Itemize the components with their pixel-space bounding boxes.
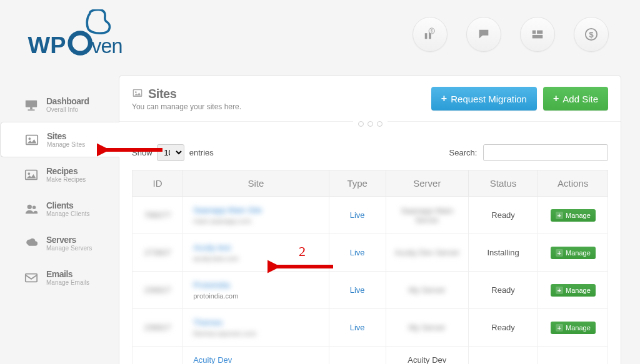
site-domain: themes.wpoven.com: [193, 330, 322, 337]
manage-button[interactable]: +Manage: [551, 322, 596, 334]
logo[interactable]: WP ven: [25, 9, 138, 66]
cell-status: Ready: [468, 197, 538, 234]
sidebar-item-emails[interactable]: Emails Manage Emails: [0, 260, 119, 295]
nav-sub: Manage Sites: [47, 141, 85, 148]
add-site-button[interactable]: + Add Site: [543, 87, 608, 111]
show-label: Show: [132, 148, 152, 157]
plus-icon: +: [556, 249, 563, 257]
svg-rect-2: [425, 33, 428, 39]
nav-sub: Overall Info: [46, 106, 89, 113]
content-panel: Sites You can manage your sites here. + …: [119, 75, 621, 364]
col-status[interactable]: Status: [468, 170, 538, 197]
svg-rect-13: [28, 109, 35, 111]
annotation-label-2: 2: [299, 243, 306, 260]
panel-icon[interactable]: [520, 17, 555, 52]
site-name-link[interactable]: Saanapp Main Site: [193, 205, 322, 215]
sidebar-item-servers[interactable]: Servers Manage Servers: [0, 226, 119, 260]
logo-icon: WP ven: [25, 9, 138, 66]
type-link[interactable]: Live: [350, 323, 365, 332]
search-label: Search:: [449, 148, 478, 157]
svg-point-17: [28, 172, 31, 175]
svg-rect-12: [30, 107, 32, 109]
cell-server: Saanapp Main Server: [386, 197, 468, 234]
col-site[interactable]: Site: [183, 170, 329, 197]
entries-label: entries: [189, 148, 214, 157]
cell-site: Saanapp Main Sitemain.saanapp.com: [183, 197, 329, 234]
cell-id: 236827: [132, 309, 183, 347]
type-link[interactable]: Live: [350, 248, 365, 257]
svg-rect-20: [26, 273, 37, 282]
col-actions[interactable]: Actions: [538, 170, 608, 197]
sidebar-item-recipes[interactable]: Recipes Make Recipes: [0, 157, 119, 192]
sidebar-item-clients[interactable]: Clients Manage Clients: [0, 192, 119, 226]
plus-icon: +: [556, 287, 563, 294]
site-name-link[interactable]: Acuity Dev: [193, 355, 322, 364]
search-input[interactable]: [483, 144, 608, 161]
sidebar-item-sites[interactable]: Sites Manage Sites: [0, 122, 119, 157]
nav-sub: Manage Clients: [46, 210, 89, 217]
dashboard-icon: [24, 98, 39, 112]
cell-type: Live: [329, 197, 386, 234]
cell-site: Acuity Dev: [183, 347, 329, 365]
table-row: 273607Acuity testacuity.test.comLiveAcui…: [132, 234, 608, 272]
svg-text:$: $: [431, 29, 433, 33]
site-domain: protoindia.com: [193, 292, 322, 300]
cell-id: 273607: [132, 234, 183, 272]
recipes-icon: [24, 168, 39, 182]
type-link[interactable]: Live: [350, 210, 365, 220]
cell-type: [329, 347, 386, 365]
col-type[interactable]: Type: [329, 170, 386, 197]
manage-label: Manage: [566, 212, 591, 219]
header-icon-group: $ $: [412, 17, 615, 52]
svg-rect-8: [532, 35, 543, 38]
nav-title: Recipes: [46, 166, 86, 176]
svg-rect-7: [537, 31, 542, 34]
plus-icon: +: [441, 93, 447, 104]
svg-rect-11: [26, 100, 37, 107]
cell-id: [132, 347, 183, 365]
nav-title: Clients: [46, 200, 89, 210]
divider: [119, 121, 621, 133]
dollar-icon[interactable]: $: [574, 17, 609, 52]
cell-site: Acuity testacuity.test.com: [183, 234, 329, 272]
main-layout: Dashboard Overall Info Sites Manage Site…: [0, 75, 640, 364]
site-name-link[interactable]: Themes: [193, 318, 322, 327]
site-name-link[interactable]: Protoindia: [193, 280, 322, 290]
sites-icon: [24, 133, 39, 147]
nav-title: Dashboard: [46, 96, 89, 106]
manage-button[interactable]: +Manage: [551, 247, 596, 259]
site-domain: main.saanapp.com: [193, 217, 322, 225]
table-row: 236827Protoindiaprotoindia.comLiveMy Ser…: [132, 272, 608, 309]
servers-icon: [24, 237, 39, 250]
cell-server: Acuity Dev Server: [386, 234, 468, 272]
col-server[interactable]: Server: [386, 170, 468, 197]
plus-icon: +: [553, 93, 559, 104]
nav-title: Servers: [46, 235, 92, 245]
nav-sub: Manage Servers: [46, 245, 92, 252]
manage-button[interactable]: +Manage: [551, 284, 596, 297]
cell-status: Installing: [468, 234, 538, 272]
cell-actions: [538, 347, 608, 365]
chat-icon[interactable]: [466, 17, 501, 52]
stats-icon[interactable]: $: [412, 17, 448, 52]
sidebar-item-dashboard[interactable]: Dashboard Overall Info: [0, 87, 119, 122]
manage-button[interactable]: +Manage: [551, 209, 596, 222]
entries-selector: Show 10 entries: [132, 144, 214, 161]
nav-sub: Manage Emails: [46, 279, 89, 286]
clients-icon: [24, 202, 39, 216]
page-size-select[interactable]: 10: [157, 144, 184, 161]
plus-icon: +: [556, 324, 563, 332]
request-migration-button[interactable]: + Request Migration: [431, 87, 537, 111]
col-id[interactable]: ID: [132, 170, 183, 197]
svg-text:WP: WP: [28, 32, 66, 58]
header: WP ven $ $: [0, 0, 640, 75]
page-title: Sites: [148, 87, 176, 101]
cell-server: Acuity Dev: [386, 347, 468, 365]
sites-table: ID Site Type Server Status Actions 79607…: [132, 170, 608, 364]
cell-status: [468, 347, 538, 365]
page-subtitle: You can manage your sites here.: [132, 102, 241, 111]
table-row: 236827Themesthemes.wpoven.comLiveMy Serv…: [132, 309, 608, 347]
svg-point-19: [32, 205, 36, 209]
type-link[interactable]: Live: [350, 285, 365, 295]
cell-actions: +Manage: [538, 309, 608, 347]
